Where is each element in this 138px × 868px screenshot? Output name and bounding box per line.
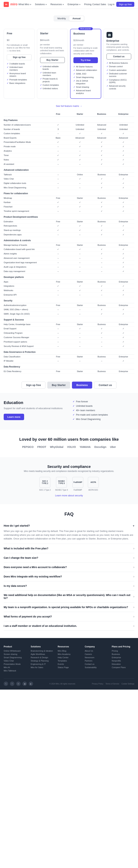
signup-button[interactable]: Sign up free bbox=[116, 2, 134, 7]
footer-link-academy[interactable]: Miro Academy bbox=[58, 653, 80, 655]
nav-solutions[interactable]: Solutions » bbox=[35, 3, 47, 6]
security-learn-more[interactable]: Learn more about security bbox=[55, 494, 83, 497]
nav-what-miro[interactable]: What Miro » bbox=[19, 3, 31, 6]
table-row: Video Chat–✓✓✓ bbox=[4, 177, 134, 181]
nav-enterprise[interactable]: Enterprise » bbox=[67, 3, 80, 6]
faq-question-7[interactable]: My team is a nonprofit organization. Is … bbox=[4, 606, 134, 609]
plan-business-cta[interactable]: Try it free bbox=[74, 57, 98, 63]
footer-link-business-plan[interactable]: Business bbox=[112, 653, 134, 655]
youtube-icon[interactable]: ▶ bbox=[29, 682, 33, 686]
footer-link-ai[interactable]: Miro AI bbox=[4, 666, 26, 669]
footer-col-plans-title: Plans and Pricing bbox=[112, 645, 134, 648]
plan-starter-feature-4: ✓Custom templates bbox=[40, 84, 65, 86]
footer-link-blog[interactable]: Miro Blog bbox=[58, 650, 80, 652]
footer-link-pricing[interactable]: Pricing bbox=[112, 650, 134, 652]
privacy-link[interactable]: Privacy Policy bbox=[92, 683, 103, 685]
fedramp-icon: FedRAMP bbox=[72, 477, 83, 488]
footer-link-nonprofit[interactable]: Nonprofits bbox=[112, 660, 134, 662]
table-row: Security Reviews & MSA Support–––✓ bbox=[4, 344, 134, 348]
footer-link-brainstorm[interactable]: Brainstorming & Ideation bbox=[31, 650, 53, 652]
logo[interactable]: m miro bbox=[4, 2, 18, 7]
footer-link-talktrack[interactable]: Miro Talktrack bbox=[4, 670, 26, 672]
instagram-icon[interactable]: ▣ bbox=[23, 682, 27, 686]
logo-docusign: DocuSign bbox=[94, 445, 106, 448]
facebook-icon[interactable]: f bbox=[10, 682, 15, 686]
faq-item-4: Does Miro integrate with my existing wor… bbox=[4, 572, 134, 581]
footer-col-product: Product Online Whiteboard Screen sharing… bbox=[4, 645, 26, 673]
security-title: Security and compliance bbox=[4, 465, 134, 469]
footer-link-compare[interactable]: Compare Plans bbox=[112, 666, 134, 669]
footer-link-partners[interactable]: Partners bbox=[85, 660, 107, 662]
terms-link[interactable]: Terms of Service bbox=[105, 683, 119, 685]
table-row: Manage backup of boardsFreeStarterBusine… bbox=[4, 243, 134, 247]
plan-free: Free $0 For individuals or small teams t… bbox=[4, 29, 35, 99]
footer-link-help[interactable]: Help Center bbox=[58, 656, 80, 658]
plan-free-cta[interactable]: Sign up free bbox=[7, 54, 32, 60]
faq-chevron-8: › bbox=[133, 615, 134, 618]
footer-link-presentation[interactable]: Presentation Mode bbox=[4, 663, 26, 665]
faq-question-4[interactable]: Does Miro integrate with my existing wor… bbox=[4, 575, 134, 578]
faq-item-3: Does everyone need a Miro account to col… bbox=[4, 563, 134, 572]
faq-question-6[interactable]: We need additional help on documentation… bbox=[4, 594, 134, 599]
footer-link-agile[interactable]: Agile Workflows bbox=[31, 653, 53, 655]
plan-enterprise-cta[interactable]: Contact us bbox=[107, 54, 131, 59]
plan-enterprise-feature-5: ✓Compliance (SOC2, GDPR) bbox=[107, 79, 131, 84]
footer-link-research[interactable]: Research & Design bbox=[31, 656, 53, 658]
table-row: AI assistant––✓✓ bbox=[4, 162, 134, 166]
footer-link-sales[interactable]: Miro for Sales bbox=[31, 666, 53, 669]
table-row: MindmapFreeStarterBusinessEnterprise bbox=[4, 196, 134, 200]
table-row: Email Support–✓✓✓ bbox=[4, 327, 134, 331]
nav-resources[interactable]: Resources » bbox=[50, 3, 64, 6]
footer-link-careers[interactable]: Careers bbox=[85, 653, 107, 655]
contact-sales[interactable]: Contact Sales bbox=[92, 3, 106, 6]
faq-question-2[interactable]: Can I change the team size? › bbox=[4, 556, 134, 559]
table-row: Enterprise API–––✓ bbox=[4, 293, 134, 297]
monthly-tab[interactable]: Monthly bbox=[54, 16, 69, 21]
login-button[interactable]: Log in bbox=[108, 3, 114, 6]
annual-tab[interactable]: Annual bbox=[69, 16, 84, 21]
faq-question-1[interactable]: What is included with the Free plan? › bbox=[4, 547, 134, 550]
table-row: Timeline sprint management––✓✓ bbox=[4, 209, 134, 214]
cta-business[interactable]: Business bbox=[72, 381, 92, 389]
cookie-link[interactable]: Cookie Settings bbox=[121, 683, 134, 685]
faq-question-0[interactable]: How do I get started? ▾ bbox=[4, 524, 134, 528]
footer-link-newsroom[interactable]: Newsroom bbox=[85, 656, 107, 658]
table-row: Admin insights––✓✓ bbox=[4, 252, 134, 256]
footer-link-video[interactable]: Video Chat bbox=[4, 660, 26, 662]
header-actions: Contact Sales Log in Sign up free bbox=[92, 2, 134, 7]
twitter-icon[interactable]: 𝕏 bbox=[4, 682, 8, 686]
footer-link-engineering[interactable]: Engineering & IT bbox=[31, 663, 53, 665]
footer-link-enterprise-plan[interactable]: Enterprise bbox=[112, 656, 134, 658]
plan-starter-cta[interactable]: Buy Starter bbox=[40, 57, 65, 63]
footer-link-templates[interactable]: Templates bbox=[58, 660, 80, 662]
footer-social: 𝕏 f in ▣ ▶ bbox=[4, 682, 33, 686]
footer-link-whiteboard[interactable]: Online Whiteboard bbox=[4, 650, 26, 652]
faq-question-3[interactable]: Does everyone need a Miro account to col… bbox=[4, 565, 134, 569]
edu-desc: Support for staff and students of educat… bbox=[4, 407, 65, 410]
footer-link-status[interactable]: Status Page bbox=[58, 666, 80, 669]
learn-more-button[interactable]: Learn more bbox=[4, 414, 24, 420]
cta-enterprise[interactable]: Contact us bbox=[94, 381, 116, 389]
cta-signup[interactable]: Sign up free bbox=[22, 381, 46, 389]
faq-chevron-3: › bbox=[133, 565, 134, 569]
faq-question-8[interactable]: What forms of payment do you accept? › bbox=[4, 615, 134, 618]
footer-link-about[interactable]: About Us bbox=[85, 650, 107, 652]
footer-link-contact[interactable]: Contact us bbox=[85, 663, 107, 665]
footer-link-education-plan[interactable]: Education bbox=[112, 663, 134, 665]
nav-pricing[interactable]: Pricing bbox=[84, 3, 91, 6]
faq-question-5[interactable]: Is my data secure? › bbox=[4, 584, 134, 588]
footer-link-events[interactable]: Events bbox=[58, 663, 80, 665]
features-toggle[interactable]: See full feature matrix → bbox=[0, 102, 138, 110]
cta-starter[interactable]: Buy Starter bbox=[47, 381, 70, 389]
footer-link-diagram[interactable]: Smart Diagramming bbox=[4, 656, 26, 658]
faq-question-9[interactable]: I am a staff member or student of an edu… bbox=[4, 624, 134, 627]
linkedin-icon[interactable]: in bbox=[16, 682, 21, 686]
faq-chevron-7: › bbox=[133, 606, 134, 609]
section-security: Security bbox=[4, 297, 134, 303]
footer-col-solutions-title: Solutions bbox=[31, 645, 53, 648]
faq-q-text-9: I am a staff member or student of an edu… bbox=[4, 624, 77, 627]
table-row: Analytics––✓✓ bbox=[4, 149, 134, 153]
footer-link-strategy[interactable]: Strategy & Planning bbox=[31, 660, 53, 662]
footer-link-sustainability[interactable]: Sustainability bbox=[85, 666, 107, 669]
footer-link-screen[interactable]: Screen sharing bbox=[4, 653, 26, 655]
